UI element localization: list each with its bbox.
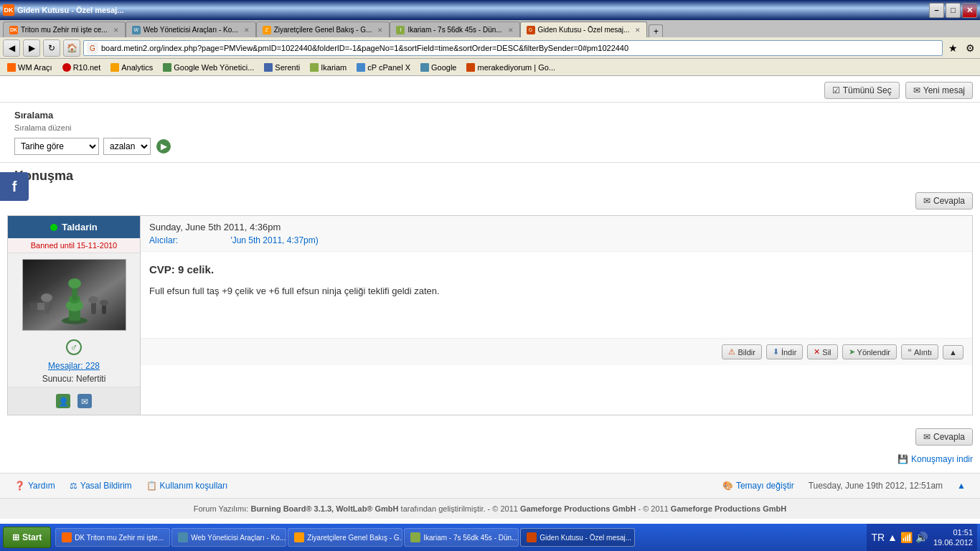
cevapla-button-bottom[interactable]: ✉ Cevapla [915, 428, 973, 446]
bookmark-wm[interactable]: WM Araçı [3, 62, 57, 73]
taskbar-item-2[interactable]: Web Yöneticisi Araçları - Ko... [171, 528, 286, 547]
bildir-button[interactable]: ⚠ Bildir [722, 344, 761, 359]
indir-label: İndir [781, 348, 796, 357]
posts-link[interactable]: Mesajlar: 228 [48, 361, 100, 371]
recipients-label: Alıcılar: [149, 235, 178, 245]
yasal-label: Yasal Bildirim [80, 481, 132, 491]
bookmark-serenti[interactable]: Serenti [260, 62, 304, 73]
taskbar-label-1: DK Triton mu Zehir mi işte... [75, 534, 164, 542]
bookmark-cpanel[interactable]: cP cPanel X [352, 62, 415, 73]
bookmark-ikariam[interactable]: Ikariam [306, 62, 351, 73]
delete-icon: ✕ [814, 347, 820, 357]
sort-field-select[interactable]: Tarihe göre Konuya göre Gönderene göre [14, 138, 99, 155]
tab-4[interactable]: I Ikariam - 7s 56dk 45s - Dün... ✕ [390, 22, 519, 37]
bildir-label: Bildir [738, 348, 755, 357]
kullanim-link[interactable]: 📋 Kullanım koşulları [146, 481, 228, 491]
user-server: Sunucu: Nefertiti [8, 374, 140, 387]
footer-copyright: Forum Yazılımı: Burning Board® 3.1.3, Wo… [0, 498, 980, 519]
new-tab-button[interactable]: + [649, 24, 663, 37]
yonlendir-button[interactable]: ➤ Yönlendir [842, 344, 897, 359]
tab-label-5: Giden Kutusu - Özel mesaj... [538, 26, 630, 34]
bookmark-r10[interactable]: R10.net [58, 62, 105, 73]
bookmark-google[interactable]: Google [416, 62, 461, 73]
tab-5[interactable]: G Giden Kutusu - Özel mesaj... ✕ [520, 22, 648, 37]
arrow-up-icon[interactable]: ▲ [887, 532, 897, 543]
address-bar-container[interactable]: G [83, 40, 943, 56]
top-link[interactable]: ▲ [957, 481, 966, 491]
user-banned-text: Banned until 15-11-2010 [8, 238, 140, 253]
tab-3[interactable]: Z Ziyaretçilere Genel Bakış - G... ✕ [256, 22, 390, 37]
sort-title: Sıralama [14, 110, 966, 121]
bookmark-label-ikariam: Ikariam [321, 63, 347, 72]
user-pm-button[interactable]: ✉ [77, 393, 93, 409]
top-icon: ▲ [957, 481, 966, 491]
home-button[interactable]: 🏠 [63, 39, 80, 57]
minimize-button[interactable]: – [929, 3, 944, 18]
alinti-button[interactable]: ❝ Alıntı [901, 344, 938, 359]
tema-link[interactable]: 🎨 Temayı değiştir [722, 481, 794, 491]
start-label: Start [22, 532, 42, 542]
bookmark-favicon-serenti [264, 63, 273, 72]
sil-button[interactable]: ✕ Sil [807, 344, 837, 359]
sort-controls: Tarihe göre Konuya göre Gönderene göre a… [14, 138, 966, 155]
bookmark-label-r10: R10.net [73, 63, 101, 72]
message-container: Taldarin Banned until 15-11-2010 [7, 215, 973, 415]
sort-subtitle: Sıralama düzeni [14, 123, 966, 132]
star-button[interactable]: ★ [946, 41, 960, 55]
tum-sec-button[interactable]: ☑ Tümünü Seç [824, 82, 900, 99]
yasal-link[interactable]: ⚖ Yasal Bildirim [70, 481, 132, 491]
taskbar-item-4[interactable]: Ikariam - 7s 56dk 45s - Dün... [404, 528, 519, 547]
cevapla-button-top[interactable]: ✉ Cevapla [915, 192, 973, 209]
network-icon: 📶 [900, 532, 913, 543]
kullanim-icon: 📋 [146, 481, 157, 491]
forward-button[interactable]: ▶ [23, 39, 40, 57]
bookmark-favicon-merak [466, 63, 475, 72]
taskbar-item-3[interactable]: Ziyaretçilere Genel Bakış - G... [288, 528, 402, 547]
taskbar-item-1[interactable]: DK Triton mu Zehir mi işte... [55, 528, 170, 547]
tab-1[interactable]: DK Triton mu Zehir mi işte ce... ✕ [3, 22, 126, 37]
start-button[interactable]: ⊞ Start [3, 527, 51, 548]
svg-text:G: G [90, 44, 95, 52]
bookmark-analytics[interactable]: Analytics [106, 62, 157, 73]
bookmark-merak[interactable]: merakediyorum | Go... [462, 62, 560, 73]
yardim-link[interactable]: ❓ Yardım [14, 481, 55, 491]
user-profile-button[interactable]: 👤 [55, 393, 71, 409]
bookmark-favicon-wm [7, 63, 16, 72]
tab-close-3[interactable]: ✕ [377, 27, 383, 34]
tab-close-4[interactable]: ✕ [508, 27, 514, 34]
yeni-mesaj-button[interactable]: ✉ Yeni mesaj [905, 82, 973, 99]
address-input[interactable] [101, 44, 939, 52]
svg-point-11 [68, 278, 81, 288]
message-title: CVP: 9 celik. [149, 263, 963, 276]
bookmark-gwt[interactable]: Google Web Yönetici... [159, 62, 258, 73]
taskbar-item-5[interactable]: Giden Kutusu - Özel mesaj... [520, 528, 635, 547]
sort-order-select[interactable]: azalan artan [103, 138, 151, 155]
up-icon: ▲ [949, 348, 957, 357]
taskbar-label-4: Ikariam - 7s 56dk 45s - Dün... [423, 534, 517, 542]
volume-icon[interactable]: 🔊 [915, 532, 928, 543]
svg-point-13 [41, 293, 52, 302]
clock: 01:51 19.06.2012 [933, 527, 973, 548]
facebook-button[interactable]: f [0, 172, 29, 201]
indir-button[interactable]: ⬇ İndir [766, 344, 803, 359]
bookmark-favicon-gwt [163, 63, 171, 72]
tab-close-5[interactable]: ✕ [635, 27, 641, 34]
svg-rect-16 [102, 304, 106, 314]
close-button[interactable]: ✕ [962, 3, 977, 18]
online-indicator [50, 224, 57, 231]
taskbar-items: DK Triton mu Zehir mi işte... Web Yöneti… [55, 528, 865, 547]
maximize-button[interactable]: □ [946, 3, 961, 18]
tab-close-2[interactable]: ✕ [244, 27, 250, 34]
svg-rect-4 [37, 303, 44, 310]
bookmark-label-serenti: Serenti [275, 63, 300, 72]
message-text: Full efsun full taş +9 çelik ve +6 full … [149, 284, 963, 298]
up-button[interactable]: ▲ [943, 345, 963, 359]
back-button[interactable]: ◀ [3, 39, 20, 57]
tab-2[interactable]: W Web Yöneticisi Araçları - Ko... ✕ [126, 22, 256, 37]
browser-icon: DK [3, 4, 14, 16]
wrench-button[interactable]: ⚙ [963, 41, 977, 55]
sort-apply-button[interactable]: ▶ [155, 138, 172, 155]
refresh-button[interactable]: ↻ [43, 39, 60, 57]
tab-close-1[interactable]: ✕ [113, 27, 119, 34]
download-conversation-link[interactable]: 💾 Konuşmayı indir [897, 454, 973, 464]
